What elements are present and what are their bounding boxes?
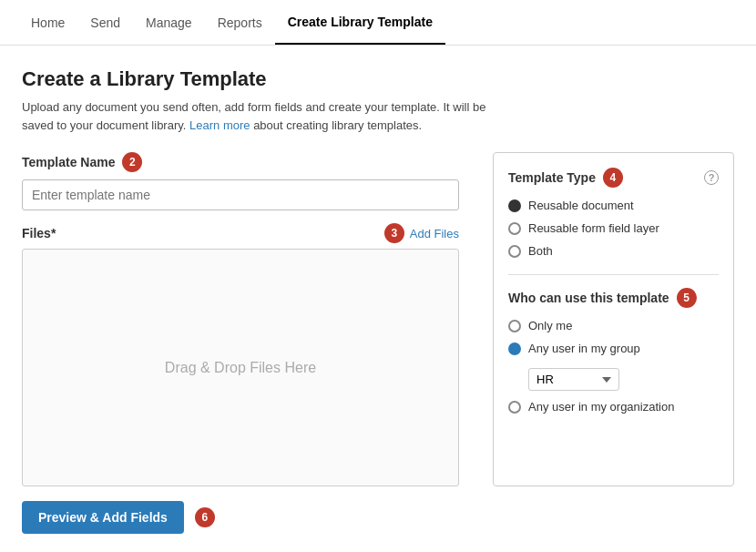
radio-circle-reusable: [508, 199, 521, 212]
left-column: Template Name 2 Files* 3 Add Files Drag …: [22, 152, 475, 486]
bottom-area: Preview & Add Fields 6: [22, 501, 734, 534]
group-select-wrapper: HR Finance IT Marketing: [528, 368, 719, 391]
radio-any-user-group[interactable]: Any user in my group: [508, 342, 719, 355]
who-can-use-label: Who can use this template: [508, 291, 669, 305]
step-badge-6: 6: [195, 507, 215, 527]
group-select[interactable]: HR Finance IT Marketing: [528, 368, 619, 391]
nav-create-library-template[interactable]: Create Library Template: [275, 0, 445, 45]
top-navigation: Home Send Manage Reports Create Library …: [0, 0, 756, 46]
radio-form-field-layer[interactable]: Reusable form field layer: [508, 221, 719, 235]
radio-any-org[interactable]: Any user in my organization: [508, 400, 719, 414]
radio-label-form-field: Reusable form field layer: [528, 221, 659, 235]
radio-reusable-document[interactable]: Reusable document: [508, 199, 719, 212]
nav-send[interactable]: Send: [77, 0, 133, 45]
files-header: Files* 3 Add Files: [22, 223, 459, 243]
nav-reports[interactable]: Reports: [205, 0, 275, 45]
template-name-input[interactable]: [22, 179, 459, 210]
add-files-link[interactable]: Add Files: [410, 227, 459, 240]
nav-manage[interactable]: Manage: [133, 0, 205, 45]
template-name-label: Template Name: [22, 155, 115, 169]
page-title: Create a Library Template: [22, 67, 734, 91]
right-panel: Template Type 4 ? Reusable document Reus…: [493, 152, 734, 486]
drop-zone-text: Drag & Drop Files Here: [165, 360, 316, 376]
template-type-header: Template Type 4 ?: [508, 168, 719, 188]
radio-label-only-me: Only me: [528, 319, 572, 332]
panel-divider: [508, 274, 719, 275]
help-icon[interactable]: ?: [704, 170, 719, 185]
page-description: Upload any document you send often, add …: [22, 98, 734, 134]
radio-label-reusable: Reusable document: [528, 199, 634, 212]
add-files-area: 3 Add Files: [384, 223, 459, 243]
template-type-label: Template Type: [508, 170, 596, 185]
radio-both[interactable]: Both: [508, 244, 719, 258]
radio-label-any-org: Any user in my organization: [528, 400, 674, 414]
nav-home[interactable]: Home: [18, 0, 77, 45]
form-layout: Template Name 2 Files* 3 Add Files Drag …: [22, 152, 734, 486]
radio-circle-only-me: [508, 320, 521, 332]
preview-add-fields-button[interactable]: Preview & Add Fields: [22, 501, 184, 534]
template-name-label-row: Template Name 2: [22, 152, 475, 172]
main-content: Create a Library Template Upload any doc…: [0, 46, 756, 552]
radio-circle-both: [508, 245, 521, 258]
radio-circle-any-group: [508, 342, 521, 355]
files-label: Files*: [22, 226, 56, 240]
radio-label-both: Both: [528, 244, 553, 258]
radio-circle-form-field: [508, 222, 521, 235]
step-badge-5: 5: [677, 288, 697, 308]
learn-more-link[interactable]: Learn more: [189, 118, 250, 132]
radio-label-any-group: Any user in my group: [528, 342, 640, 355]
step-badge-3: 3: [384, 223, 404, 243]
file-drop-zone[interactable]: Drag & Drop Files Here: [22, 249, 459, 486]
radio-circle-any-org: [508, 401, 521, 414]
step-badge-2: 2: [122, 152, 142, 172]
step-badge-4: 4: [603, 168, 623, 188]
who-can-use-header: Who can use this template 5: [508, 288, 719, 308]
radio-only-me[interactable]: Only me: [508, 319, 719, 332]
